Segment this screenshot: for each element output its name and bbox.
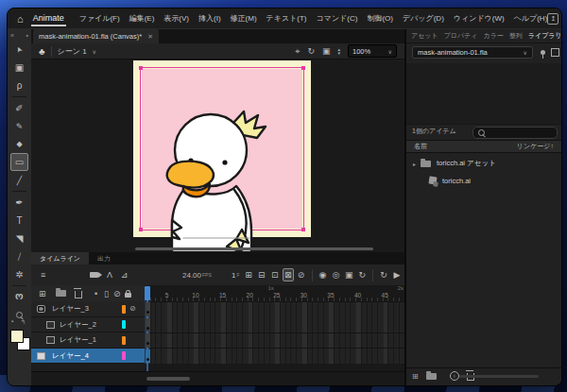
eyedropper-tool[interactable]: ⧸ bbox=[10, 247, 28, 265]
share-icon[interactable]: ↥ bbox=[547, 13, 558, 25]
menu-item[interactable]: コマンド(C) bbox=[317, 13, 358, 24]
name-column-header[interactable]: 名前 bbox=[414, 142, 427, 151]
keyframe-cell[interactable] bbox=[146, 333, 150, 348]
layer-row[interactable]: レイヤー_2 bbox=[31, 317, 145, 333]
panel-tab-item[interactable]: カラー bbox=[483, 31, 503, 41]
frame-grid[interactable] bbox=[145, 301, 404, 364]
stepper-down-icon[interactable]: ▾ bbox=[337, 51, 340, 55]
layer-color-chip[interactable] bbox=[122, 320, 126, 329]
selection-handle[interactable] bbox=[139, 66, 143, 70]
item-properties-icon[interactable]: i bbox=[450, 371, 459, 381]
zoom-stepper[interactable]: ▴ ▾ bbox=[337, 47, 340, 55]
hand-tool[interactable]: ω bbox=[10, 288, 28, 306]
insert-frame-button[interactable]: ⊞ bbox=[243, 268, 254, 281]
stage[interactable] bbox=[133, 60, 311, 237]
toolbar-edit-icon[interactable]: ▪ bbox=[26, 32, 28, 39]
layer-row[interactable]: レイヤー_3⊘ bbox=[31, 301, 145, 317]
layer-hidden-icon[interactable]: ⊘ bbox=[129, 301, 136, 315]
center-stage-icon[interactable]: ⌖ bbox=[295, 46, 300, 57]
rotate-stage-icon[interactable]: ↻ bbox=[307, 46, 315, 56]
eraser-tool[interactable]: ◆ bbox=[10, 135, 28, 153]
menu-item[interactable]: ウィンドウ(W) bbox=[454, 13, 505, 24]
layer-color-chip[interactable] bbox=[122, 351, 126, 360]
library-item-row[interactable]: ▸toricch.ai アセット bbox=[406, 155, 561, 172]
delete-keyframe-button[interactable]: ⊘ bbox=[296, 268, 307, 281]
duck-character[interactable] bbox=[159, 109, 277, 252]
new-symbol-icon[interactable]: ⊞ bbox=[412, 372, 419, 381]
fill-color-chip[interactable] bbox=[10, 330, 24, 343]
timeline-scrollbar-thumb[interactable] bbox=[146, 377, 190, 381]
document-tab-close-icon[interactable]: ✕ bbox=[147, 33, 153, 41]
library-item-row[interactable]: toricch.ai bbox=[406, 172, 561, 189]
library-search-input[interactable] bbox=[472, 127, 558, 139]
edit-scene-icon[interactable]: ♣ bbox=[39, 46, 45, 57]
clip-content-icon[interactable]: ▣ bbox=[322, 46, 331, 56]
selection-handle[interactable] bbox=[301, 66, 305, 70]
asset-warp-tool[interactable]: ✲ bbox=[10, 265, 28, 283]
library-column-headers[interactable]: 名前 リンケージ↑ bbox=[406, 140, 561, 153]
edit-multiple-frames-button[interactable]: ▣ bbox=[343, 268, 354, 281]
remove-frame-button[interactable]: ⊟ bbox=[256, 268, 267, 281]
layer-name[interactable]: レイヤー_4 bbox=[52, 349, 111, 363]
menu-item[interactable]: 編集(E) bbox=[129, 13, 155, 24]
app-menu[interactable]: Animate bbox=[31, 10, 66, 26]
paint-bucket-tool[interactable]: ◥ bbox=[10, 230, 28, 247]
selection-handle[interactable] bbox=[301, 228, 305, 231]
keyframe-cell[interactable] bbox=[146, 302, 150, 316]
pen-tool[interactable]: ✒ bbox=[10, 194, 28, 212]
layer-name[interactable]: レイヤー_2 bbox=[60, 317, 118, 332]
keyframe-cell[interactable] bbox=[146, 349, 150, 364]
zoom-level-select[interactable]: 100% ∨ bbox=[348, 44, 397, 58]
panel-tab-item[interactable]: アセット bbox=[411, 31, 438, 41]
layer-color-chip[interactable] bbox=[122, 305, 126, 314]
new-library-panel-icon[interactable] bbox=[551, 48, 559, 57]
layer-color-chip[interactable] bbox=[122, 336, 126, 345]
canvas-pasteboard[interactable] bbox=[31, 60, 404, 252]
layer-name[interactable]: レイヤー_3 bbox=[52, 301, 111, 315]
onion-skin-outlines-button[interactable]: ◎ bbox=[330, 268, 341, 281]
play-button[interactable]: ▶ bbox=[391, 268, 403, 281]
menu-item[interactable]: ファイル(F) bbox=[79, 13, 120, 24]
menu-item[interactable]: 挿入(I) bbox=[198, 13, 221, 24]
fluid-brush-tool[interactable]: ✐ bbox=[10, 99, 28, 117]
current-frame-display[interactable]: 1F bbox=[232, 264, 240, 285]
frames-area[interactable]: 510152025303540451s2s bbox=[145, 285, 404, 384]
text-tool[interactable]: T bbox=[10, 212, 28, 230]
scene-name[interactable]: シーン 1 bbox=[58, 46, 87, 57]
rectangle-tool[interactable]: ▭ bbox=[10, 153, 28, 171]
menu-item[interactable]: テキスト(T) bbox=[266, 13, 307, 24]
line-tool[interactable]: ╱ bbox=[10, 171, 28, 189]
panel-tab-item[interactable]: 整列 bbox=[509, 31, 523, 41]
layer-row[interactable]: レイヤー_1 bbox=[31, 332, 145, 349]
classic-brush-tool[interactable]: ✎ bbox=[10, 117, 28, 135]
playhead[interactable] bbox=[145, 286, 150, 300]
menu-item[interactable]: デバッグ(D) bbox=[403, 13, 444, 24]
panel-tab-item[interactable]: プロパティ bbox=[444, 31, 478, 41]
onion-skin-button[interactable]: ◉ bbox=[318, 268, 329, 281]
fill-mini-icon[interactable]: ▪ bbox=[11, 318, 13, 324]
pin-library-icon[interactable] bbox=[541, 50, 545, 55]
insert-blank-keyframe-button[interactable]: ⊠ bbox=[283, 268, 294, 281]
panel-collapse-icon[interactable]: » bbox=[556, 30, 559, 37]
timeline-ruler[interactable]: 510152025303540451s2s bbox=[145, 285, 404, 302]
linkage-column-header[interactable]: リンケージ↑ bbox=[517, 142, 554, 151]
insert-keyframe-button[interactable]: ⊡ bbox=[269, 268, 281, 281]
swap-colors-icon[interactable]: ↰ bbox=[21, 318, 26, 325]
menu-item[interactable]: 修正(M) bbox=[231, 13, 257, 24]
scene-chevron-icon[interactable]: ∨ bbox=[93, 48, 96, 55]
menu-item[interactable]: ヘルプ(H) bbox=[514, 13, 548, 24]
subselection-tool[interactable]: ▣ bbox=[10, 59, 28, 77]
layer-name[interactable]: レイヤー_1 bbox=[60, 332, 118, 347]
selection-tool[interactable]: ➤ bbox=[10, 41, 28, 59]
library-horizontal-scrollbar[interactable] bbox=[459, 375, 539, 378]
library-document-select[interactable]: mask-animation-01.fla ∨ bbox=[412, 46, 533, 59]
menu-item[interactable]: 制御(O) bbox=[367, 13, 393, 24]
keyframe-cell[interactable] bbox=[146, 318, 150, 332]
canvas-horizontal-scrollbar[interactable] bbox=[135, 247, 373, 250]
layer-row[interactable]: レイヤー_4 bbox=[31, 349, 145, 365]
menu-item[interactable]: 表示(V) bbox=[163, 13, 189, 24]
home-icon[interactable]: ⌂ bbox=[17, 13, 24, 25]
document-tab[interactable]: mask-animation-01.fla (Canvas)* ✕ bbox=[33, 29, 159, 43]
timeline-scrollbar-track[interactable] bbox=[31, 371, 404, 385]
new-folder-icon[interactable] bbox=[426, 373, 437, 380]
